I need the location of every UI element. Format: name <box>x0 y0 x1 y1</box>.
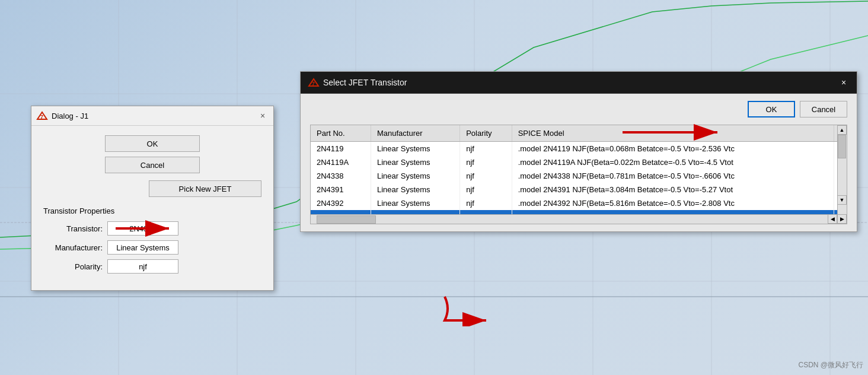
vertical-scrollbar[interactable]: ▲ ▼ <box>837 125 847 214</box>
scroll-right-arrow[interactable]: ▶ <box>837 214 847 224</box>
svg-text:7: 7 <box>312 81 315 87</box>
dialog-j1: 7 Dialog - J1 × OK Cancel Pick New JFET … <box>31 106 274 291</box>
horizontal-scrollbar[interactable] <box>311 214 837 224</box>
jfet-body: OK Cancel Part No. Manufacturer Polarity… <box>301 94 857 231</box>
transistor-value: 2N4393 <box>107 221 178 236</box>
dialog-j1-title: Dialog - J1 <box>52 112 88 120</box>
dialog-j1-pick-jfet-button[interactable]: Pick New JFET <box>149 180 261 197</box>
col-part-no: Part No. <box>311 125 371 142</box>
jfet-cancel-button[interactable]: Cancel <box>800 101 847 117</box>
jfet-table-container: Part No. Manufacturer Polarity SPICE Mod… <box>310 125 847 224</box>
transistor-props-title: Transistor Properties <box>43 206 261 215</box>
table-row[interactable]: 2N4392Linear Systemsnjf.model 2N4392 NJF… <box>311 196 847 210</box>
manufacturer-label: Manufacturer: <box>43 243 103 252</box>
col-manufacturer: Manufacturer <box>371 125 459 142</box>
transistor-properties-section: Transistor Properties Transistor: 2N4393… <box>43 206 261 274</box>
dialog-jfet-close-button[interactable]: × <box>838 77 850 88</box>
manufacturer-value: Linear Systems <box>107 240 178 255</box>
watermark: CSDN @微风好飞行 <box>798 360 863 370</box>
table-header-row: Part No. Manufacturer Polarity SPICE Mod… <box>311 125 847 142</box>
transistor-label: Transistor: <box>43 224 103 233</box>
dialog-j1-close-button[interactable]: × <box>257 110 269 122</box>
scroll-left-arrow[interactable]: ◀ <box>828 214 837 224</box>
table-row[interactable]: 2N4391Linear Systemsnjf.model 2N4391 NJF… <box>311 183 847 196</box>
dialog-j1-cancel-button[interactable]: Cancel <box>105 157 200 173</box>
ltspice-logo-icon-2: 7 <box>308 78 320 87</box>
dialog-j1-body: OK Cancel Pick New JFET Transistor Prope… <box>31 126 273 290</box>
jfet-ok-button[interactable]: OK <box>748 101 795 117</box>
polarity-value: njf <box>107 259 178 274</box>
dialog-jfet-title: Select JFET Transistor <box>323 78 407 87</box>
polarity-label: Polarity: <box>43 262 103 271</box>
jfet-table: Part No. Manufacturer Polarity SPICE Mod… <box>311 125 847 224</box>
jfet-table-body: 2N4119Linear Systemsnjf.model 2N4119 NJF… <box>311 142 847 224</box>
dialog-jfet: 7 Select JFET Transistor × OK Cancel Par… <box>300 71 857 232</box>
horizontal-scroll-thumb[interactable] <box>317 215 376 224</box>
dialog-j1-titlebar: 7 Dialog - J1 × <box>31 106 273 126</box>
svg-text:7: 7 <box>40 114 43 120</box>
dialog-j1-buttons: OK Cancel Pick New JFET <box>43 135 261 197</box>
transistor-row: Transistor: 2N4393 <box>43 221 261 236</box>
dialog-j1-ok-button[interactable]: OK <box>105 135 200 152</box>
table-row[interactable]: 2N4338Linear Systemsnjf.model 2N4338 NJF… <box>311 169 847 183</box>
col-polarity: Polarity <box>460 125 512 142</box>
scroll-down-arrow[interactable]: ▼ <box>837 195 847 205</box>
manufacturer-row: Manufacturer: Linear Systems <box>43 240 261 255</box>
scroll-up-arrow[interactable]: ▲ <box>837 125 847 135</box>
ltspice-logo-icon: 7 <box>36 111 48 120</box>
jfet-top-buttons: OK Cancel <box>310 101 847 117</box>
polarity-row: Polarity: njf <box>43 259 261 274</box>
dialog-jfet-titlebar: 7 Select JFET Transistor × <box>301 72 857 94</box>
col-spice-model: SPICE Model <box>512 125 834 142</box>
table-row[interactable]: 2N4119ALinear Systemsnjf.model 2N4119A N… <box>311 155 847 169</box>
vertical-scroll-thumb[interactable] <box>838 135 846 158</box>
table-row[interactable]: 2N4119Linear Systemsnjf.model 2N4119 NJF… <box>311 142 847 156</box>
